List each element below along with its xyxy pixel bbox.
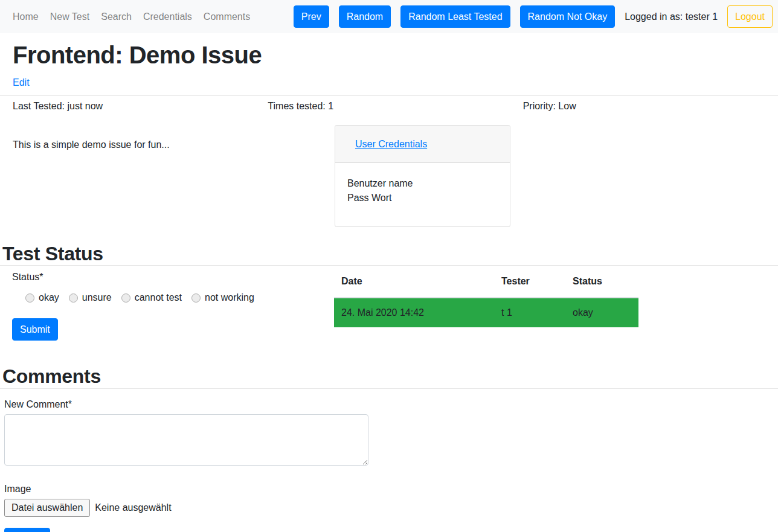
comment-submit-button[interactable]: Submit bbox=[4, 528, 50, 532]
radio-option-label: not working bbox=[205, 290, 254, 305]
nav-link-new-test[interactable]: New Test bbox=[50, 10, 90, 24]
random-button[interactable]: Random bbox=[339, 5, 391, 28]
issue-description: This is a simple demo issue for fun... bbox=[13, 125, 335, 227]
page-title: Frontend: Demo Issue bbox=[13, 40, 765, 69]
nav-link-credentials[interactable]: Credentials bbox=[143, 10, 192, 24]
credential-password: Pass Wort bbox=[347, 191, 498, 205]
radio-option-unsure[interactable]: unsure bbox=[69, 290, 112, 305]
test-history-table: Date Tester Status 24. Mai 2020 14:42 t … bbox=[334, 266, 638, 327]
navbar-actions: Prev Random Random Least Tested Random N… bbox=[294, 5, 773, 28]
logged-in-text: Logged in as: tester 1 bbox=[625, 10, 718, 24]
new-comment-textarea[interactable] bbox=[4, 414, 368, 466]
radio-option-label: cannot test bbox=[135, 290, 182, 305]
status-label: Status* bbox=[12, 270, 334, 284]
image-label: Image bbox=[4, 482, 778, 496]
main-content: Frontend: Demo Issue Edit Last Tested: j… bbox=[0, 33, 778, 532]
radio-option-label: okay bbox=[39, 290, 59, 305]
file-choose-button[interactable]: Datei auswählen bbox=[4, 499, 90, 517]
nav-links: Home New Test Search Credentials Comment… bbox=[13, 10, 262, 24]
credential-username: Benutzer name bbox=[347, 176, 498, 191]
table-header-status: Status bbox=[565, 266, 638, 298]
nav-link-comments[interactable]: Comments bbox=[204, 10, 250, 24]
table-cell-status: okay bbox=[565, 298, 638, 327]
new-comment-label: New Comment* bbox=[4, 397, 778, 412]
credentials-card-body: Benutzer name Pass Wort bbox=[335, 163, 510, 226]
radio-option-not-working[interactable]: not working bbox=[191, 290, 254, 305]
test-history: Date Tester Status 24. Mai 2020 14:42 t … bbox=[334, 266, 639, 341]
test-status-heading: Test Status bbox=[2, 242, 778, 265]
navbar: Home New Test Search Credentials Comment… bbox=[0, 0, 778, 33]
last-tested-text: Last Tested: just now bbox=[13, 99, 268, 114]
credentials-card-header: User Credentials bbox=[335, 126, 510, 163]
image-file-input[interactable]: Datei auswählen Keine ausgewählt bbox=[4, 499, 778, 517]
status-radio-group: okay unsure cannot test not working bbox=[25, 290, 334, 305]
issue-info-row: Last Tested: just now Times tested: 1 Pr… bbox=[0, 96, 778, 114]
nav-link-search[interactable]: Search bbox=[101, 10, 132, 24]
random-least-tested-button[interactable]: Random Least Tested bbox=[400, 5, 510, 28]
radio-icon[interactable] bbox=[191, 293, 201, 303]
credentials-card: User Credentials Benutzer name Pass Wort bbox=[335, 125, 510, 227]
radio-icon[interactable] bbox=[69, 293, 78, 303]
edit-link[interactable]: Edit bbox=[13, 75, 30, 90]
file-status-text: Keine ausgewählt bbox=[95, 501, 171, 515]
status-submit-button[interactable]: Submit bbox=[12, 318, 58, 341]
radio-option-okay[interactable]: okay bbox=[25, 290, 59, 305]
nav-link-home[interactable]: Home bbox=[13, 10, 39, 24]
status-form: Status* okay unsure cannot test not work… bbox=[0, 266, 334, 341]
priority-text: Priority: Low bbox=[523, 99, 778, 114]
table-header-row: Date Tester Status bbox=[334, 266, 638, 298]
table-header-tester: Tester bbox=[494, 266, 565, 298]
description-credentials-row: This is a simple demo issue for fun... U… bbox=[0, 125, 778, 227]
comments-heading: Comments bbox=[2, 365, 778, 388]
radio-option-cannot-test[interactable]: cannot test bbox=[121, 290, 182, 305]
radio-icon[interactable] bbox=[25, 293, 34, 303]
title-block: Frontend: Demo Issue Edit bbox=[0, 33, 778, 95]
times-tested-text: Times tested: 1 bbox=[268, 99, 522, 114]
comment-form: New Comment* Image Datei auswählen Keine… bbox=[0, 389, 778, 532]
radio-icon[interactable] bbox=[121, 293, 130, 303]
random-not-okay-button[interactable]: Random Not Okay bbox=[520, 5, 616, 28]
radio-option-label: unsure bbox=[82, 290, 112, 305]
prev-button[interactable]: Prev bbox=[294, 5, 329, 28]
logout-button[interactable]: Logout bbox=[727, 5, 773, 28]
user-credentials-link[interactable]: User Credentials bbox=[355, 139, 427, 149]
table-header-date: Date bbox=[334, 266, 494, 298]
table-cell-tester: t 1 bbox=[494, 298, 565, 327]
test-status-row: Status* okay unsure cannot test not work… bbox=[0, 266, 778, 341]
table-row: 24. Mai 2020 14:42 t 1 okay bbox=[334, 298, 638, 327]
table-cell-date: 24. Mai 2020 14:42 bbox=[334, 298, 494, 327]
